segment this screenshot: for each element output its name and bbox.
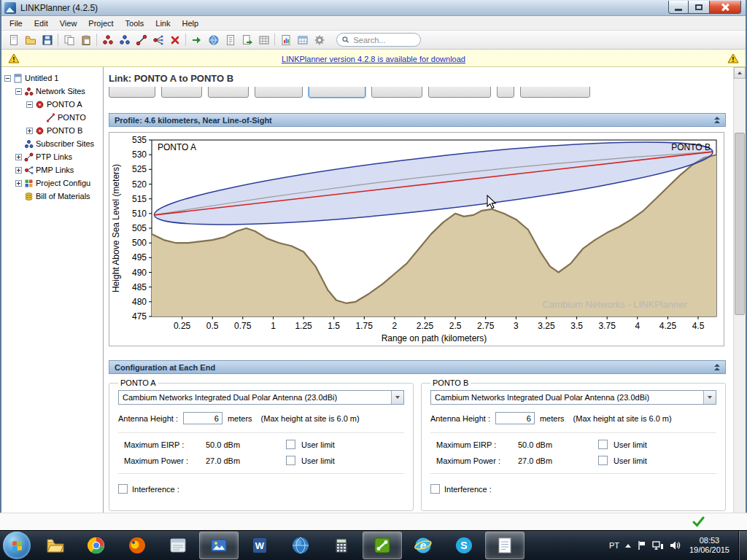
open-project-icon[interactable]: [22, 32, 39, 48]
search-box[interactable]: [336, 33, 421, 47]
save-project-icon[interactable]: [39, 32, 55, 48]
title-bar[interactable]: LINKPlanner (4.2.5): [1, 0, 746, 16]
tree-expander-minus-icon[interactable]: [26, 101, 33, 108]
antenna-select[interactable]: Cambium Networks Integrated Dual Polar A…: [430, 390, 716, 405]
language-indicator[interactable]: PT: [609, 541, 619, 550]
scroll-up-icon[interactable]: [734, 67, 746, 79]
paste-icon[interactable]: [77, 32, 94, 48]
tray-date: 19/06/2015: [689, 545, 729, 555]
antenna-select[interactable]: Cambium Networks Integrated Dual Polar A…: [118, 390, 404, 405]
maximize-button[interactable]: [689, 1, 709, 14]
taskbar-item-skype[interactable]: S: [444, 532, 484, 559]
hidden-icons-chevron-icon[interactable]: [625, 544, 631, 548]
taskbar: WeS PT 08:53 19/06/2015: [0, 530, 747, 560]
power-user-limit-checkbox[interactable]: [286, 456, 295, 465]
antenna-height-input[interactable]: [183, 412, 222, 424]
search-input[interactable]: [352, 35, 415, 45]
settings-icon[interactable]: [311, 32, 328, 48]
collapse-chevron-icon[interactable]: [714, 117, 720, 123]
partial-button[interactable]: [161, 87, 202, 98]
taskbar-item-internet-explorer[interactable]: e: [403, 532, 443, 559]
antenna-height-input[interactable]: [495, 412, 535, 424]
notes-icon[interactable]: [222, 32, 239, 48]
combo-arrow-icon[interactable]: [703, 391, 716, 404]
copy-icon[interactable]: [61, 32, 77, 48]
tree-item-ponto-a[interactable]: PONTO A: [1, 98, 103, 111]
tree-expander-plus-icon[interactable]: [15, 167, 22, 174]
menu-edit[interactable]: Edit: [28, 17, 54, 30]
tree-item-subscriber-sites[interactable]: Subscriber Sites: [1, 137, 103, 150]
scroll-thumb[interactable]: [735, 133, 745, 315]
interference-checkbox[interactable]: [118, 484, 128, 494]
network-icon[interactable]: [652, 540, 664, 551]
web-icon[interactable]: [205, 32, 222, 48]
interference-checkbox[interactable]: [430, 484, 440, 494]
partial-button[interactable]: [109, 87, 155, 98]
ptp-link-tool-icon[interactable]: [133, 32, 150, 48]
tree-expander-minus-icon[interactable]: [4, 75, 11, 82]
tree-item-label: PMP Links: [36, 166, 74, 174]
taskbar-item-globe[interactable]: [281, 532, 320, 559]
taskbar-item-calculator[interactable]: [322, 532, 361, 559]
network-site-tool-icon[interactable]: [99, 32, 116, 48]
tree-item-ponto[interactable]: PONTO: [1, 111, 103, 124]
eirp-user-limit-checkbox[interactable]: [598, 440, 608, 449]
menu-file[interactable]: File: [4, 17, 28, 30]
taskbar-item-text-editor[interactable]: [158, 532, 198, 559]
update-link[interactable]: LINKPlanner version 4.2.8 is available f…: [282, 55, 465, 63]
power-user-limit-checkbox[interactable]: [598, 456, 608, 465]
eirp-user-limit-checkbox[interactable]: [286, 440, 295, 449]
taskbar-item-word-processor[interactable]: W: [240, 532, 279, 559]
taskbar-item-notes[interactable]: [485, 532, 525, 559]
taskbar-item-firefox[interactable]: [117, 532, 157, 559]
config-section-header[interactable]: Configuration at Each End: [109, 360, 726, 374]
table-icon[interactable]: [255, 32, 272, 48]
delete-icon[interactable]: [166, 32, 183, 48]
combo-arrow-icon[interactable]: [391, 391, 403, 404]
partial-button[interactable]: [309, 87, 365, 98]
partial-button[interactable]: [371, 87, 422, 98]
new-project-icon[interactable]: [5, 32, 22, 48]
show-desktop-button[interactable]: [738, 531, 747, 560]
menu-help[interactable]: Help: [176, 17, 204, 30]
tree-item-ponto-b[interactable]: PONTO B: [1, 124, 103, 137]
close-button[interactable]: [709, 1, 741, 14]
partial-button[interactable]: [255, 87, 303, 98]
tree-item-bill-of-materials[interactable]: Bill of Materials: [1, 190, 103, 203]
tree-item-ptp-links[interactable]: PTP Links: [1, 150, 103, 163]
profile-section-header[interactable]: Profile: 4.6 kilometers, Near Line-of-Si…: [109, 113, 726, 127]
partial-button[interactable]: [428, 87, 491, 98]
tree-item-project-configu[interactable]: Project Configu: [1, 176, 103, 190]
content-vertical-scrollbar[interactable]: [733, 67, 746, 530]
partial-button[interactable]: [520, 87, 590, 98]
menu-link[interactable]: Link: [150, 17, 176, 30]
export-icon[interactable]: [239, 32, 255, 48]
action-center-flag-icon[interactable]: [637, 540, 646, 551]
minimize-button[interactable]: [668, 1, 689, 14]
tree-item-network-sites[interactable]: Network Sites: [1, 85, 103, 98]
reports-icon[interactable]: [277, 32, 294, 48]
tree-expander-minus-icon[interactable]: [15, 88, 22, 95]
collapse-chevron-icon[interactable]: [714, 364, 720, 370]
grid-icon[interactable]: [294, 32, 311, 48]
menu-project[interactable]: Project: [82, 17, 119, 30]
volume-icon[interactable]: [670, 540, 681, 551]
subscriber-site-tool-icon[interactable]: [116, 32, 133, 48]
goto-icon[interactable]: [188, 32, 205, 48]
partial-button[interactable]: [497, 87, 514, 98]
partial-button[interactable]: [208, 87, 249, 98]
clock[interactable]: 08:53 19/06/2015: [686, 536, 732, 555]
taskbar-item-explorer[interactable]: [36, 532, 75, 559]
tree-expander-plus-icon[interactable]: [15, 154, 22, 160]
taskbar-item-chrome[interactable]: [77, 532, 116, 559]
tree-expander-plus-icon[interactable]: [26, 128, 33, 134]
tree-item-untitled-1[interactable]: Untitled 1: [1, 71, 103, 85]
tree-item-pmp-links[interactable]: PMP Links: [1, 163, 103, 176]
menu-view[interactable]: View: [54, 17, 83, 30]
start-button[interactable]: [3, 532, 31, 559]
pmp-link-tool-icon[interactable]: [150, 32, 166, 48]
taskbar-item-linkplanner[interactable]: [363, 532, 402, 559]
menu-tools[interactable]: Tools: [120, 17, 150, 30]
tree-expander-plus-icon[interactable]: [15, 180, 22, 187]
taskbar-item-photo-viewer[interactable]: [199, 532, 239, 559]
